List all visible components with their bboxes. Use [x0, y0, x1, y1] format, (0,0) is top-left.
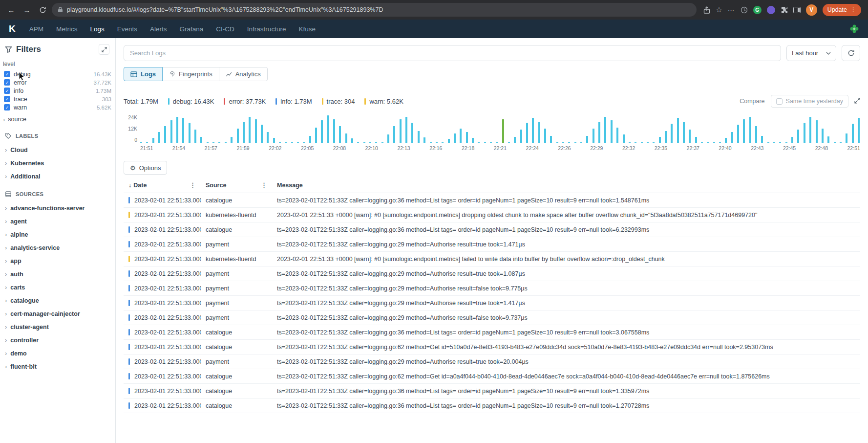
chart-bar[interactable] [279, 142, 281, 143]
chart-bar[interactable] [647, 142, 649, 143]
chart-bar[interactable] [514, 137, 516, 143]
table-row[interactable]: 2023-02-01 22:51:33.000 payment ts=2023-… [124, 354, 860, 369]
chart-bar[interactable] [170, 120, 172, 143]
chart-bar[interactable] [321, 120, 323, 143]
chart-bar[interactable] [218, 142, 220, 143]
history-clock-icon[interactable] [741, 6, 748, 14]
chart-bar[interactable] [243, 122, 245, 143]
chart-bar[interactable] [400, 119, 402, 143]
table-row[interactable]: 2023-02-01 22:51:33.000 catalogue ts=202… [124, 325, 860, 340]
level-filter-error[interactable]: error 37.72K [0, 78, 115, 87]
chart-bar[interactable] [411, 123, 413, 143]
chart-bar[interactable] [146, 142, 148, 143]
chart-bar[interactable] [797, 130, 799, 143]
chart-bar[interactable] [791, 137, 793, 143]
chart-bar[interactable] [231, 137, 233, 143]
nav-item-alerts[interactable]: Alerts [150, 25, 167, 33]
chart-bar[interactable] [538, 122, 540, 143]
chart-bar[interactable] [556, 142, 558, 143]
chart-bar[interactable] [713, 142, 715, 143]
sidebar-source-carts[interactable]: › carts [0, 281, 115, 294]
chart-bar[interactable] [285, 142, 287, 143]
table-row[interactable]: 2023-02-01 22:51:33.000 catalogue ts=202… [124, 384, 860, 399]
chart-bar[interactable] [357, 142, 359, 143]
sidebar-source-demo[interactable]: › demo [0, 347, 115, 360]
back-button[interactable]: ← [5, 3, 18, 16]
chart-bar[interactable] [200, 137, 202, 143]
chart-bar[interactable] [785, 142, 787, 143]
chart-bar[interactable] [641, 142, 643, 143]
chart-bar[interactable] [194, 130, 196, 143]
chart-bar[interactable] [520, 130, 522, 143]
sidebar-label-cloud[interactable]: › Cloud [0, 143, 115, 156]
chart-bar[interactable] [689, 130, 691, 143]
sidebar-source-fluent-bit[interactable]: › fluent-bit [0, 360, 115, 373]
level-checkbox[interactable] [4, 71, 10, 77]
chart-bar[interactable] [176, 117, 178, 143]
table-row[interactable]: 2023-02-01 22:51:33.000 payment ts=2023-… [124, 296, 860, 310]
sidebar-source-catalogue[interactable]: › catalogue [0, 294, 115, 307]
chart-bar[interactable] [442, 142, 444, 143]
chart-bar[interactable] [526, 123, 528, 143]
table-row[interactable]: 2023-02-01 22:51:33.000 payment ts=2023-… [124, 310, 860, 325]
chart-bar[interactable] [677, 118, 679, 143]
chart-bar[interactable] [822, 129, 824, 143]
chart-bar[interactable] [834, 142, 836, 143]
chart-bar[interactable] [532, 118, 534, 143]
chart-bar[interactable] [550, 136, 552, 143]
chart-bar[interactable] [387, 134, 389, 143]
chart-bar[interactable] [255, 119, 257, 143]
search-input[interactable] [124, 45, 781, 61]
chart-bar[interactable] [846, 133, 847, 143]
chart-bar[interactable] [478, 142, 480, 143]
table-row[interactable]: 2023-02-01 22:51:33.000 catalogue ts=202… [124, 399, 860, 413]
chart-bar[interactable] [827, 136, 829, 143]
chart-bar[interactable] [683, 122, 685, 143]
chart-bar[interactable] [671, 124, 673, 143]
nav-item-kfuse[interactable]: Kfuse [298, 25, 316, 33]
level-checkbox[interactable] [4, 104, 10, 111]
kloudfuse-logo[interactable]: K [9, 23, 16, 34]
chart-bar[interactable] [731, 132, 733, 143]
chart-bar[interactable] [629, 142, 631, 143]
sort-desc-icon[interactable]: ↓ [128, 182, 131, 189]
table-row[interactable]: 2023-02-01 22:51:33.000 kubernetes-fluen… [124, 208, 860, 222]
bookmark-star-icon[interactable]: ☆ [716, 5, 722, 14]
chart-bar[interactable] [430, 142, 432, 143]
level-checkbox[interactable] [4, 88, 10, 94]
chart-bar[interactable] [616, 128, 618, 143]
table-row[interactable]: 2023-02-01 22:51:33.000 catalogue ts=202… [124, 369, 860, 384]
sidebar-source-auth[interactable]: › auth [0, 267, 115, 281]
sidebar-source-controller[interactable]: › controller [0, 333, 115, 347]
sidebar-label-additional[interactable]: › Additional [0, 170, 115, 183]
chart-bar[interactable] [273, 138, 275, 143]
chart-bar[interactable] [490, 142, 492, 143]
reload-button[interactable] [36, 3, 49, 16]
chart-bar[interactable] [761, 136, 763, 143]
chart-bar[interactable] [363, 142, 365, 143]
chart-bar[interactable] [580, 142, 582, 143]
compare-checkbox[interactable] [776, 98, 783, 105]
chart-bar[interactable] [816, 120, 818, 143]
chart-bar[interactable] [604, 117, 606, 143]
sidebar-source-app[interactable]: › app [0, 254, 115, 267]
column-header-date[interactable]: ↓ Date ⋮ [124, 177, 201, 193]
nav-item-grafana[interactable]: Grafana [180, 25, 204, 33]
extension-icon[interactable] [767, 6, 775, 14]
nav-item-metrics[interactable]: Metrics [56, 25, 78, 33]
chart-bar[interactable] [719, 142, 721, 143]
forward-button[interactable]: → [21, 3, 33, 16]
chart-bar[interactable] [544, 129, 546, 143]
nav-item-apm[interactable]: APM [29, 25, 43, 33]
collapse-sidebar-button[interactable] [99, 44, 109, 55]
time-range-select[interactable]: Last hour [786, 45, 836, 61]
chart-bar[interactable] [598, 122, 600, 143]
update-button[interactable]: Update ⋮ [823, 4, 861, 16]
sidebar-source-alpine[interactable]: › alpine [0, 228, 115, 241]
chart-bar[interactable] [809, 117, 811, 143]
chart-bar[interactable] [472, 138, 474, 143]
level-filter-info[interactable]: info 1.73M [0, 87, 115, 95]
chart-bar[interactable] [659, 137, 661, 143]
level-filter-trace[interactable]: trace 303 [0, 95, 115, 103]
chart-bar[interactable] [207, 142, 209, 143]
